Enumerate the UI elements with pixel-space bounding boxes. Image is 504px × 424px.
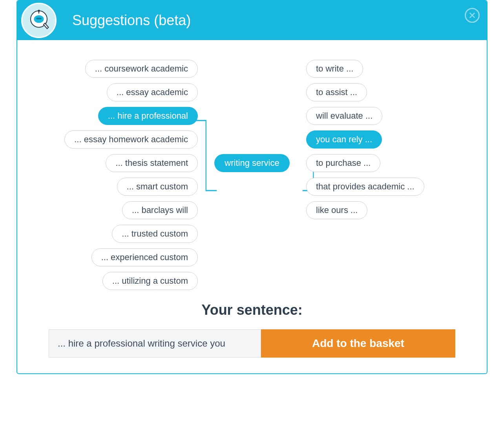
add-to-basket-button[interactable]: Add to the basket xyxy=(261,329,455,358)
left-suggestions-column: ... coursework academic... essay academi… xyxy=(49,60,198,290)
suggestion-flow: ... coursework academic... essay academi… xyxy=(49,60,455,290)
left-suggestion-pill[interactable]: ... experienced custom xyxy=(91,248,198,266)
sentence-section: Your sentence: Add to the basket xyxy=(49,302,455,358)
close-button[interactable] xyxy=(465,8,480,23)
robot-logo xyxy=(21,3,57,38)
right-suggestion-pill[interactable]: to purchase ... xyxy=(306,154,380,172)
svg-point-3 xyxy=(38,10,40,12)
right-suggestion-pill[interactable]: like ours ... xyxy=(306,201,367,219)
sentence-row: Add to the basket xyxy=(49,329,455,358)
left-suggestion-pill[interactable]: ... essay academic xyxy=(107,83,198,101)
right-suggestion-pill[interactable]: that provides academic ... xyxy=(306,178,424,196)
left-suggestion-pill[interactable]: ... utilizing a custom xyxy=(102,272,198,290)
left-suggestion-pill[interactable]: ... smart custom xyxy=(117,178,198,196)
center-column: writing service xyxy=(214,60,289,172)
suggestions-modal: Suggestions (beta) ... coursework academ… xyxy=(16,0,488,374)
sentence-input[interactable] xyxy=(49,329,261,358)
robot-icon xyxy=(25,7,53,34)
right-suggestion-pill[interactable]: to write ... xyxy=(306,60,363,78)
right-suggestions-column: to write ...to assist ...will evaluate .… xyxy=(306,60,455,219)
left-suggestion-pill[interactable]: ... barclays will xyxy=(122,201,198,219)
left-suggestion-pill[interactable]: ... hire a professional xyxy=(98,107,198,125)
close-icon xyxy=(469,12,476,19)
center-keyword-pill[interactable]: writing service xyxy=(214,154,289,172)
left-suggestion-pill[interactable]: ... trusted custom xyxy=(112,225,198,243)
svg-rect-2 xyxy=(36,18,42,19)
modal-content: ... coursework academic... essay academi… xyxy=(17,40,487,373)
right-suggestion-pill[interactable]: to assist ... xyxy=(306,83,367,101)
right-suggestion-pill[interactable]: will evaluate ... xyxy=(306,107,382,125)
left-suggestion-pill[interactable]: ... essay homework academic xyxy=(64,130,198,149)
right-suggestion-pill[interactable]: you can rely ... xyxy=(306,130,382,149)
left-suggestion-pill[interactable]: ... coursework academic xyxy=(85,60,198,78)
modal-header: Suggestions (beta) xyxy=(17,1,487,40)
modal-title: Suggestions (beta) xyxy=(72,12,191,29)
left-suggestion-pill[interactable]: ... thesis statement xyxy=(106,154,198,172)
sentence-label: Your sentence: xyxy=(49,302,455,318)
